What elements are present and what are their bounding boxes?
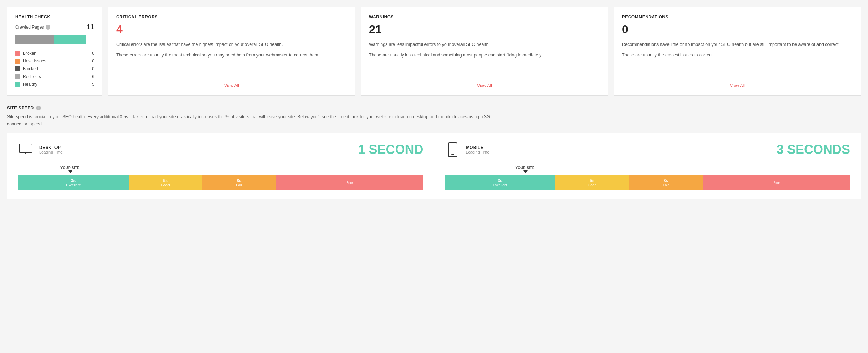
warnings-desc2: These are usually less technical and som… (369, 52, 600, 59)
site-speed-info-icon[interactable]: i (36, 106, 41, 110)
warnings-view-all[interactable]: View All (369, 83, 600, 88)
recommendations-view-all[interactable]: View All (622, 83, 853, 88)
critical-errors-desc: Critical errors are the issues that have… (116, 41, 347, 80)
recommendations-desc1: Recommendations have little or no impact… (622, 41, 853, 48)
info-icon[interactable]: i (46, 25, 50, 30)
broken-dot (15, 51, 20, 56)
top-metrics-row: HEALTH CHECK Crawled Pages i 11 Broken 0 (7, 7, 861, 96)
warnings-desc1: Warnings are less impactful errors to yo… (369, 41, 600, 48)
desktop-bar-row: 3s Excellent 5s Good 8s Fair Poor (18, 175, 423, 190)
issues-count: 0 (92, 59, 94, 64)
mobile-icon (445, 142, 460, 157)
legend-item-redirects: Redirects 6 (15, 73, 94, 80)
mobile-speed-bar: YOUR SITE 3s Excellent 5s Good 8s Fair (445, 166, 850, 190)
progress-segment-gray (15, 35, 54, 44)
desktop-speed-card: DESKTOP Loading Time 1 SECOND YOUR SITE … (7, 133, 434, 199)
crawled-count: 11 (87, 23, 94, 31)
desktop-loading-label: Loading Time (39, 150, 63, 154)
crawled-pages-label: Crawled Pages i (15, 25, 50, 30)
speed-cards-row: DESKTOP Loading Time 1 SECOND YOUR SITE … (7, 133, 861, 199)
recommendations-card: RECOMMENDATIONS 0 Recommendations have l… (614, 7, 861, 96)
progress-bar (15, 35, 86, 44)
mobile-seg-poor: Poor (703, 175, 850, 190)
mobile-your-site-label: YOUR SITE (516, 166, 535, 170)
desktop-speed-header: DESKTOP Loading Time 1 SECOND (18, 142, 423, 157)
warnings-card: WARNINGS 21 Warnings are less impactful … (361, 7, 608, 96)
desktop-speed-bar: YOUR SITE 3s Excellent 5s Good 8s Fair (18, 166, 423, 190)
health-check-card: HEALTH CHECK Crawled Pages i 11 Broken 0 (7, 7, 102, 96)
site-speed-section: SITE SPEED i Site speed is crucial to yo… (7, 106, 861, 199)
healthy-dot (15, 82, 20, 87)
mobile-device-name: MOBILE (466, 145, 489, 150)
issues-label: Have Issues (23, 59, 46, 64)
blocked-dot (15, 66, 20, 71)
critical-errors-title: CRITICAL ERRORS (116, 14, 347, 19)
recommendations-count: 0 (622, 23, 853, 36)
warnings-count: 21 (369, 23, 600, 36)
health-check-title: HEALTH CHECK (15, 14, 94, 19)
redirects-label: Redirects (23, 74, 41, 79)
desktop-speed-value: 1 SECOND (358, 142, 423, 157)
desktop-seg-poor: Poor (276, 175, 423, 190)
mobile-seg-good: 5s Good (555, 175, 629, 190)
blocked-label: Blocked (23, 66, 38, 71)
site-speed-title: SITE SPEED i (7, 106, 861, 110)
warnings-desc: Warnings are less impactful errors to yo… (369, 41, 600, 80)
progress-segment-green (54, 35, 86, 44)
legend-item-blocked: Blocked 0 (15, 65, 94, 73)
legend-item-issues: Have Issues 0 (15, 57, 94, 65)
healthy-label: Healthy (23, 82, 37, 87)
desktop-label-group: DESKTOP Loading Time (39, 145, 63, 154)
healthy-count: 5 (92, 82, 94, 87)
desktop-device-name: DESKTOP (39, 145, 63, 150)
desktop-arrow (68, 170, 72, 173)
health-legend: Broken 0 Have Issues 0 Blocked 0 (15, 49, 94, 88)
critical-errors-card: CRITICAL ERRORS 4 Critical errors are th… (108, 7, 355, 96)
svg-rect-0 (19, 144, 32, 152)
crawled-pages-row: Crawled Pages i 11 (15, 23, 94, 31)
critical-errors-desc2: These errors are usually the most techni… (116, 52, 347, 59)
mobile-seg-fair: 8s Fair (629, 175, 703, 190)
desktop-icon (18, 142, 34, 157)
recommendations-desc2: These are usually the easiest issues to … (622, 52, 853, 59)
legend-item-healthy: Healthy 5 (15, 80, 94, 88)
desktop-your-site-label: YOUR SITE (60, 166, 79, 170)
issues-dot (15, 59, 20, 64)
legend-item-broken: Broken 0 (15, 49, 94, 57)
redirects-count: 6 (92, 74, 94, 79)
site-speed-description: Site speed is crucial to your SEO health… (7, 113, 501, 127)
blocked-count: 0 (92, 66, 94, 71)
critical-errors-count: 4 (116, 23, 347, 36)
broken-count: 0 (92, 51, 94, 56)
mobile-speed-card: MOBILE Loading Time 3 SECONDS YOUR SITE … (434, 133, 861, 199)
mobile-bar-row: 3s Excellent 5s Good 8s Fair Poor (445, 175, 850, 190)
desktop-seg-fair: 8s Fair (202, 175, 276, 190)
mobile-arrow (523, 170, 528, 173)
warnings-title: WARNINGS (369, 14, 600, 19)
recommendations-title: RECOMMENDATIONS (622, 14, 853, 19)
recommendations-desc: Recommendations have little or no impact… (622, 41, 853, 80)
mobile-seg-excellent: 3s Excellent (445, 175, 555, 190)
mobile-speed-header: MOBILE Loading Time 3 SECONDS (445, 142, 850, 157)
broken-label: Broken (23, 51, 36, 56)
desktop-seg-good: 5s Good (129, 175, 202, 190)
mobile-speed-value: 3 SECONDS (777, 142, 850, 157)
mobile-loading-label: Loading Time (466, 150, 489, 154)
mobile-label-group: MOBILE Loading Time (466, 145, 489, 154)
critical-errors-desc1: Critical errors are the issues that have… (116, 41, 347, 48)
desktop-seg-excellent: 3s Excellent (18, 175, 129, 190)
critical-errors-view-all[interactable]: View All (116, 83, 347, 88)
redirects-dot (15, 74, 20, 79)
